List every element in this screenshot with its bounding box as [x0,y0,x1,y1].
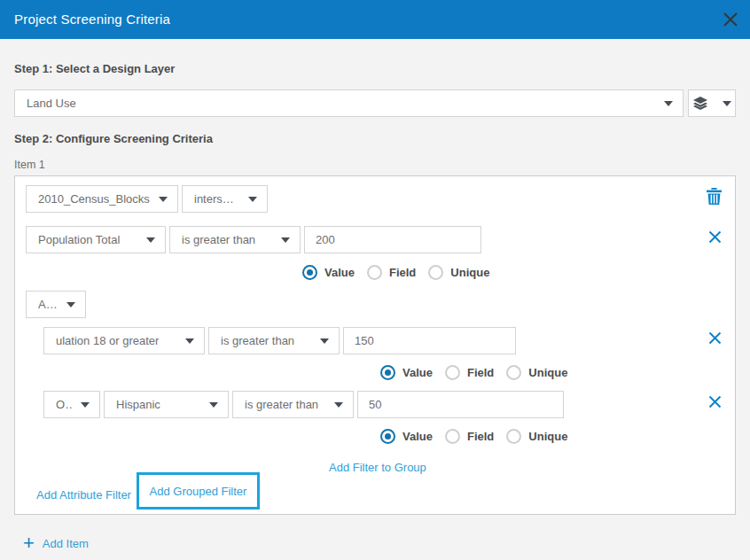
filter1-operator-select[interactable]: is greater than [169,226,301,253]
filter1-radio-unique[interactable] [428,265,443,280]
screening-layer-select[interactable]: 2010_Census_Blocks [26,185,178,213]
item-label: Item 1 [14,159,45,171]
project-screening-criteria-dialog: Project Screening Criteria Step 1: Selec… [0,0,750,560]
grouped-filter-row-2: OR Hispanic is greater than [43,391,564,418]
attribute-filter-row-1: Population Total is greater than [26,226,481,253]
grouped-filter2-mode-radio-group: Value Field Unique [380,429,580,444]
design-layer-row: Land Use [14,89,736,117]
chevron-down-icon [320,338,329,344]
filter1-value-input[interactable] [304,226,481,253]
add-item-label: Add Item [43,537,89,550]
plus-icon: + [23,533,35,553]
add-grouped-filter-highlight: Add Grouped Filter [137,472,260,509]
filter1-field-select[interactable]: Population Total [26,226,166,253]
screening-layer-value: 2010_Census_Blocks [38,192,150,206]
design-layer-select[interactable]: Land Use [14,89,684,117]
spatial-operator-select[interactable]: intersects [182,185,268,213]
chevron-down-icon [664,101,673,106]
grouped-filter1-value-input[interactable] [343,327,516,354]
grouped-filter2-value-input[interactable] [357,391,564,418]
grouped-filter2-radio-field[interactable] [445,429,460,444]
spatial-filter-row: 2010_Census_Blocks intersects [26,185,268,213]
chevron-down-icon [146,237,155,243]
grouped-filter1-radio-value[interactable] [380,365,395,380]
grouped-filter1-field-value: ulation 18 or greater [56,334,159,347]
grouped-filter2-operator-value: is greater than [245,398,318,411]
grouped-filter1-radio-field[interactable] [445,365,460,380]
grouped-filter-row-1: ulation 18 or greater is greater than [43,327,516,354]
trash-icon[interactable] [707,188,722,205]
remove-grouped-filter2-icon[interactable] [708,395,722,408]
add-grouped-filter-link[interactable]: Add Grouped Filter [150,485,247,498]
grouped-filter2-radio-value[interactable] [380,429,395,444]
grouped-filter2-field-value: Hispanic [116,398,160,411]
grouped-filter1-field-select[interactable]: ulation 18 or greater [43,327,205,354]
filter1-radio-field[interactable] [367,265,382,280]
chevron-down-icon [723,101,731,106]
item-panel: 2010_Census_Blocks intersects Population… [14,175,736,515]
step1-label: Step 1: Select a Design Layer [14,62,175,75]
grouped-filter2-logic-value: OR [56,398,72,411]
add-item-button[interactable]: + Add Item [23,533,89,553]
grouped-filter1-mode-radio-group: Value Field Unique [380,365,580,380]
spatial-operator-value: intersects [194,192,239,206]
filter1-mode-radio-group: Value Field Unique [302,265,502,280]
grouped-filter1-operator-value: is greater than [221,334,294,347]
grouped-filter2-radio-unique[interactable] [506,429,521,444]
grouped-filter1-radio-unique[interactable] [506,365,521,380]
radio-unique-label: Unique [528,430,567,443]
filter1-field-value: Population Total [38,233,120,246]
chevron-down-icon [281,237,290,243]
chevron-down-icon [248,197,257,202]
remove-grouped-filter1-icon[interactable] [708,331,722,345]
radio-field-label: Field [467,430,494,443]
filter1-operator-value: is greater than [182,233,255,246]
dialog-header: Project Screening Criteria [0,0,750,39]
radio-unique-label: Unique [450,266,489,279]
grouped-filter2-field-select[interactable]: Hispanic [104,391,229,418]
step2-label: Step 2: Configure Screening Criteria [14,132,213,145]
chevron-down-icon [159,197,168,202]
dialog-title: Project Screening Criteria [14,0,170,39]
group-logic-operator-value: AND [38,298,58,311]
radio-value-label: Value [402,366,433,379]
radio-value-label: Value [324,266,355,279]
group-logic-operator-select[interactable]: AND [26,291,86,318]
add-attribute-filter-link[interactable]: Add Attribute Filter [36,488,131,502]
close-icon[interactable] [723,12,738,27]
grouped-filter2-operator-select[interactable]: is greater than [232,391,354,418]
radio-field-label: Field [389,266,416,279]
filter1-radio-value[interactable] [302,265,317,280]
chevron-down-icon [81,402,90,408]
grouped-filter2-logic-select[interactable]: OR [43,391,100,418]
layer-list-button[interactable] [688,89,736,117]
radio-value-label: Value [402,430,433,443]
chevron-down-icon [334,402,343,408]
radio-field-label: Field [467,366,494,379]
grouped-filter1-operator-select[interactable]: is greater than [208,327,340,354]
add-filter-to-group-link[interactable]: Add Filter to Group [329,461,426,474]
chevron-down-icon [66,302,75,307]
chevron-down-icon [185,338,194,344]
radio-unique-label: Unique [528,366,567,379]
remove-filter1-icon[interactable] [708,230,722,244]
layers-icon [693,97,707,110]
design-layer-value: Land Use [27,97,76,110]
chevron-down-icon [209,402,218,408]
